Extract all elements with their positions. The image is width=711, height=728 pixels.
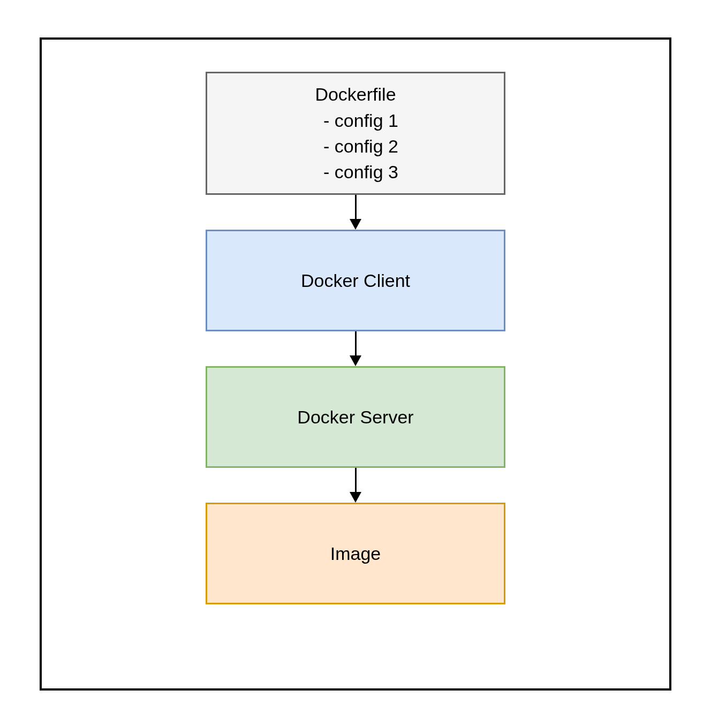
- dockerfile-title: Dockerfile: [315, 82, 396, 108]
- arrow-head-icon: [350, 355, 361, 366]
- diagram-container: Dockerfile - config 1 - config 2 - confi…: [206, 72, 505, 604]
- image-label: Image: [330, 543, 381, 564]
- dockerfile-config-1: - config 1: [313, 108, 398, 134]
- diagram-frame: Dockerfile - config 1 - config 2 - confi…: [40, 37, 671, 691]
- dockerfile-content: Dockerfile - config 1 - config 2 - confi…: [313, 82, 398, 185]
- dockerfile-box: Dockerfile - config 1 - config 2 - confi…: [206, 72, 505, 195]
- dockerfile-config-3: - config 3: [313, 160, 398, 185]
- arrow-server-to-image: [350, 468, 361, 503]
- arrow-head-icon: [350, 219, 361, 230]
- arrow-client-to-server: [350, 331, 361, 366]
- docker-server-box: Docker Server: [206, 366, 505, 468]
- arrow-line-icon: [355, 195, 357, 219]
- docker-client-box: Docker Client: [206, 230, 505, 331]
- docker-server-label: Docker Server: [297, 407, 413, 428]
- arrow-dockerfile-to-client: [350, 195, 361, 230]
- image-box: Image: [206, 503, 505, 604]
- arrow-head-icon: [350, 492, 361, 503]
- arrow-line-icon: [355, 331, 357, 355]
- docker-client-label: Docker Client: [301, 270, 410, 291]
- dockerfile-config-2: - config 2: [313, 134, 398, 160]
- arrow-line-icon: [355, 468, 357, 492]
